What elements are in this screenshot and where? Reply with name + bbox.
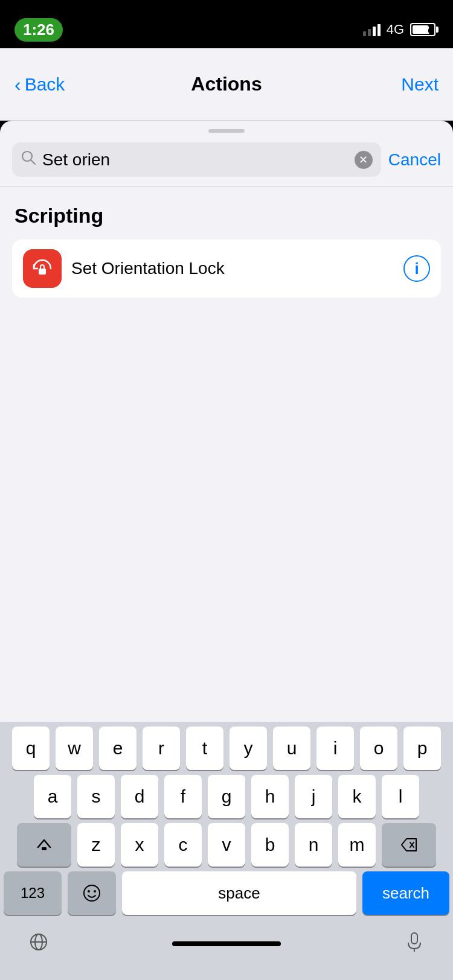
key-space[interactable]: space	[122, 871, 356, 915]
search-container: ✕ Cancel	[0, 133, 453, 186]
key-n[interactable]: n	[295, 823, 332, 867]
key-y[interactable]: y	[230, 727, 267, 770]
key-h[interactable]: h	[251, 775, 289, 818]
key-emoji[interactable]	[68, 871, 116, 915]
key-k[interactable]: k	[338, 775, 376, 818]
key-i[interactable]: i	[316, 727, 354, 770]
battery: 72	[410, 23, 439, 36]
battery-text: 72	[416, 23, 429, 37]
page-title: Actions	[191, 73, 262, 95]
key-p[interactable]: p	[403, 727, 441, 770]
info-icon: i	[414, 259, 419, 278]
svg-rect-2	[39, 269, 46, 275]
key-q[interactable]: q	[12, 727, 50, 770]
section-title: Scripting	[12, 204, 441, 228]
keyboard-row-1: q w e r t y u i o p	[4, 727, 449, 770]
key-u[interactable]: u	[273, 727, 310, 770]
key-r[interactable]: r	[143, 727, 180, 770]
keyboard-row-4: 123 space search	[4, 871, 449, 915]
info-button[interactable]: i	[403, 255, 430, 282]
key-globe[interactable]	[14, 922, 63, 962]
signal-bar-4	[378, 24, 381, 36]
signal-bar-3	[373, 27, 376, 36]
back-chevron-icon: ‹	[14, 75, 21, 94]
key-g[interactable]: g	[208, 775, 245, 818]
signal-bars	[363, 23, 381, 36]
back-label: Back	[25, 74, 65, 95]
key-o[interactable]: o	[360, 727, 397, 770]
keyboard: q w e r t y u i o p a s d f g h j k l z …	[0, 722, 453, 980]
svg-point-6	[84, 885, 100, 901]
battery-tip	[436, 27, 439, 33]
key-w[interactable]: w	[56, 727, 93, 770]
bottom-bar	[0, 920, 453, 974]
key-l[interactable]: l	[382, 775, 419, 818]
svg-point-8	[94, 890, 96, 892]
key-m[interactable]: m	[338, 823, 376, 867]
cancel-button[interactable]: Cancel	[388, 150, 441, 170]
action-label: Set Orientation Lock	[71, 259, 394, 278]
svg-point-0	[22, 151, 32, 161]
key-search[interactable]: search	[362, 871, 449, 915]
signal-bar-2	[368, 29, 371, 36]
action-icon-wrap	[23, 249, 62, 288]
status-time: 1:26	[14, 18, 63, 42]
key-v[interactable]: v	[208, 823, 245, 867]
home-indicator	[172, 941, 281, 946]
key-a[interactable]: a	[34, 775, 71, 818]
action-item[interactable]: Set Orientation Lock i	[12, 240, 441, 298]
key-b[interactable]: b	[251, 823, 289, 867]
search-icon	[21, 150, 36, 170]
key-backspace[interactable]	[382, 823, 436, 867]
svg-line-1	[31, 161, 36, 165]
network-label: 4G	[387, 22, 404, 37]
key-x[interactable]: x	[121, 823, 158, 867]
key-d[interactable]: d	[121, 775, 158, 818]
signal-bar-1	[363, 31, 366, 36]
battery-body: 72	[410, 23, 435, 36]
next-button[interactable]: Next	[401, 74, 439, 95]
search-field[interactable]: ✕	[12, 142, 381, 177]
key-s[interactable]: s	[77, 775, 115, 818]
status-right: 4G 72	[363, 22, 439, 37]
search-clear-button[interactable]: ✕	[355, 151, 373, 169]
key-numbers[interactable]: 123	[4, 871, 62, 915]
orientation-lock-icon	[29, 255, 56, 282]
key-e[interactable]: e	[99, 727, 137, 770]
keyboard-row-2: a s d f g h j k l	[4, 775, 449, 818]
search-input[interactable]	[42, 150, 349, 170]
key-j[interactable]: j	[295, 775, 332, 818]
nav-header: ‹ Back Actions Next	[0, 48, 453, 121]
key-microphone[interactable]	[390, 922, 439, 962]
status-bar: 1:26 4G 72	[0, 0, 453, 48]
content-area: Scripting Set Orientation L	[0, 187, 453, 307]
key-t[interactable]: t	[186, 727, 223, 770]
key-c[interactable]: c	[164, 823, 202, 867]
key-z[interactable]: z	[77, 823, 115, 867]
svg-rect-3	[42, 847, 47, 850]
keyboard-row-3: z x c v b n m	[4, 823, 449, 867]
key-f[interactable]: f	[164, 775, 202, 818]
back-button[interactable]: ‹ Back	[14, 74, 65, 95]
svg-point-7	[88, 890, 90, 892]
svg-rect-12	[411, 933, 417, 944]
key-shift[interactable]	[17, 823, 71, 867]
clear-icon: ✕	[359, 153, 368, 167]
